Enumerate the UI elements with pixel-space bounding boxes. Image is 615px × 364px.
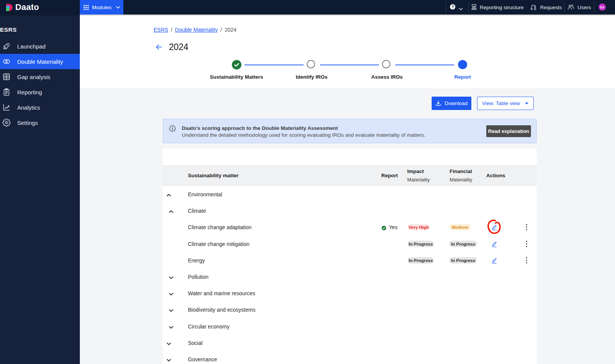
svg-text:?: ? xyxy=(452,5,454,9)
